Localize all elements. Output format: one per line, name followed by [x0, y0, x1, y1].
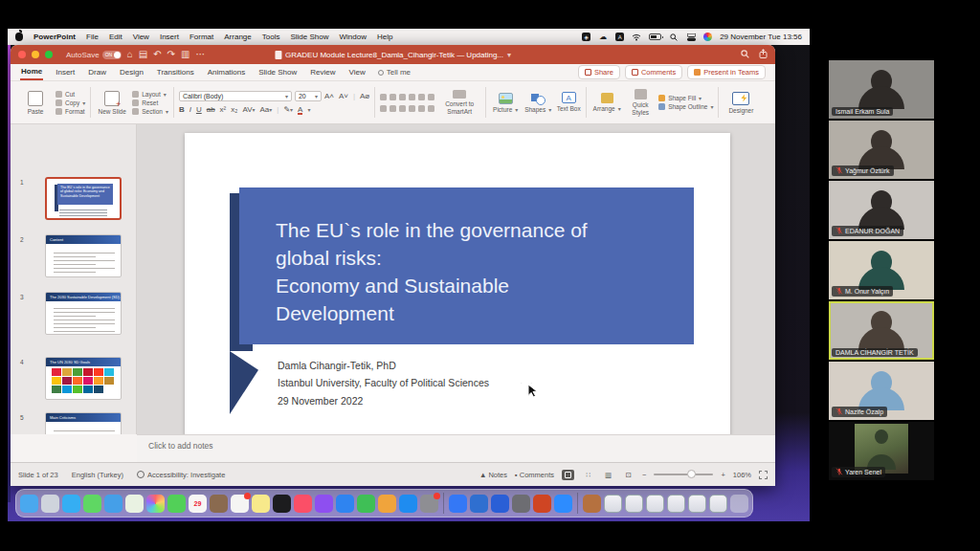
dock-minimized-window-6-icon[interactable]: [709, 495, 727, 513]
line-spacing-icon[interactable]: [418, 94, 425, 100]
clear-format-button[interactable]: A⌀: [360, 92, 369, 100]
tab-insert[interactable]: Insert: [55, 65, 76, 79]
dock-bluetooth-icon[interactable]: [449, 495, 467, 513]
cloud-icon[interactable]: ☁: [598, 33, 608, 41]
justify-icon[interactable]: [409, 105, 415, 112]
dock-messages-icon[interactable]: [83, 495, 101, 513]
current-slide[interactable]: The EU`s role in the governance of globa…: [185, 133, 730, 440]
menu-insert[interactable]: Insert: [160, 33, 179, 41]
menu-clock[interactable]: 29 November Tue 13:56: [720, 33, 802, 41]
close-window-button[interactable]: [18, 51, 26, 58]
menu-arrange[interactable]: Arrange: [224, 33, 251, 41]
subscript-button[interactable]: x₂: [231, 105, 237, 114]
participant-tile-7[interactable]: Yaren Senel: [829, 422, 934, 480]
reset-button[interactable]: Reset: [132, 99, 168, 106]
share-button[interactable]: Share: [578, 65, 620, 79]
shape-fill-button[interactable]: Shape Fill▾: [658, 95, 713, 101]
slide-thumbnail-3[interactable]: The 2030 Sustainable Development (SD) Ag…: [45, 292, 122, 335]
numbering-icon[interactable]: [390, 94, 396, 100]
designer-button[interactable]: Designer: [724, 92, 758, 114]
zoom-window-button[interactable]: [45, 51, 53, 58]
dock-minimized-window-5-icon[interactable]: [688, 495, 706, 513]
font-size-select[interactable]: 20▾: [295, 91, 322, 101]
dock-photo-booth-icon[interactable]: [210, 495, 228, 513]
spotlight-icon[interactable]: [669, 33, 679, 41]
dock-podcasts-icon[interactable]: [315, 495, 333, 513]
participant-tile-2[interactable]: Yağmur Öztürk: [829, 121, 934, 179]
menu-help[interactable]: Help: [377, 33, 392, 41]
dock-facetime-icon[interactable]: [167, 495, 186, 513]
dock-finder-icon[interactable]: [20, 495, 38, 513]
dock-maps-icon[interactable]: [125, 495, 144, 513]
zoom-slider-knob[interactable]: [687, 470, 696, 478]
highlight-button[interactable]: ✎▾: [283, 105, 293, 114]
participant-tile-5[interactable]: DAMLA CİHANGİR TETİK: [829, 301, 934, 360]
font-name-select[interactable]: Calibri (Body)▾: [179, 91, 292, 101]
menu-view[interactable]: View: [133, 33, 149, 41]
notes-toggle[interactable]: ▲ Notes: [479, 471, 507, 479]
dock-acorn-app-icon[interactable]: [583, 495, 601, 513]
search-icon[interactable]: [741, 50, 749, 60]
apple-menu-icon[interactable]: [15, 33, 23, 41]
battery-icon[interactable]: [649, 33, 661, 40]
dock-minimized-window-2-icon[interactable]: [625, 495, 643, 513]
share-icon[interactable]: [759, 49, 768, 60]
format-painter-button[interactable]: Format: [56, 108, 85, 115]
fit-to-window-button[interactable]: [759, 471, 768, 479]
bold-button[interactable]: B: [179, 105, 185, 114]
language-indicator[interactable]: English (Turkey): [72, 471, 123, 479]
tab-home[interactable]: Home: [20, 64, 43, 80]
shield-icon[interactable]: ◈: [582, 33, 590, 41]
arrange-button[interactable]: Arrange▾: [591, 93, 622, 112]
dock-keynote-icon[interactable]: [336, 495, 354, 513]
italic-button[interactable]: I: [189, 105, 191, 114]
control-center-icon[interactable]: [686, 33, 696, 41]
section-button[interactable]: Section▾: [132, 108, 168, 115]
paste-button[interactable]: Paste: [19, 91, 52, 115]
text-box-button[interactable]: A Text Box: [556, 92, 581, 112]
participant-tile-6[interactable]: Nazife Özalp: [829, 362, 934, 420]
zoom-in-button[interactable]: +: [721, 471, 724, 479]
redo-icon[interactable]: ↷: [167, 50, 175, 59]
menu-app-name[interactable]: PowerPoint: [33, 33, 76, 41]
slide-thumbnail-2[interactable]: Content: [45, 234, 122, 277]
char-spacing-button[interactable]: AV▾: [242, 105, 255, 114]
present-in-teams-button[interactable]: Present in Teams: [687, 65, 766, 79]
shape-outline-button[interactable]: Shape Outline▾: [658, 103, 713, 110]
new-slide-button[interactable]: New Slide: [96, 91, 128, 115]
slide-thumbnail-4[interactable]: The UN 2030 SD Goals: [45, 357, 122, 400]
dock-safari-icon[interactable]: [62, 495, 80, 513]
dock-apple-tv-icon[interactable]: [273, 495, 291, 513]
participant-tile-1[interactable]: Ismail Erkam Sula: [829, 60, 934, 119]
menu-tools[interactable]: Tools: [262, 33, 280, 41]
autosave-switch[interactable]: ON: [102, 51, 122, 59]
dock-launchpad-icon[interactable]: [41, 495, 59, 513]
tell-me-box[interactable]: Tell me: [378, 68, 411, 77]
text-direction-icon[interactable]: [428, 94, 434, 100]
bullets-icon[interactable]: [380, 94, 387, 100]
comments-button[interactable]: Comments: [625, 65, 682, 79]
grow-font-button[interactable]: A˄: [324, 92, 334, 100]
align-text-icon[interactable]: [428, 105, 434, 112]
wifi-icon[interactable]: [632, 33, 641, 41]
dock-notes-icon[interactable]: [252, 495, 270, 513]
dock-app-store-icon[interactable]: [399, 495, 417, 513]
tab-transitions[interactable]: Transitions: [156, 65, 195, 79]
dock-mail-icon[interactable]: [104, 495, 122, 513]
slide-title-text[interactable]: The EU`s role in the governance of globa…: [276, 217, 678, 328]
superscript-button[interactable]: x²: [220, 105, 227, 114]
picture-button[interactable]: Picture▾: [491, 93, 520, 113]
change-case-button[interactable]: Aa▾: [259, 105, 272, 114]
increase-indent-icon[interactable]: [409, 94, 415, 100]
tab-animations[interactable]: Animations: [207, 65, 247, 79]
dock-numbers-icon[interactable]: [357, 495, 375, 513]
dock-remote-desktop-icon[interactable]: [512, 495, 530, 513]
tab-design[interactable]: Design: [119, 65, 145, 79]
menu-file[interactable]: File: [86, 33, 99, 41]
layout-button[interactable]: Layout▾: [132, 91, 168, 98]
minimize-window-button[interactable]: [32, 51, 39, 58]
dock-minimized-window-1-icon[interactable]: [604, 495, 622, 513]
print-icon[interactable]: ▥: [181, 50, 189, 59]
dock-pages-icon[interactable]: [378, 495, 396, 513]
dock-powerpoint-icon[interactable]: [533, 495, 551, 513]
